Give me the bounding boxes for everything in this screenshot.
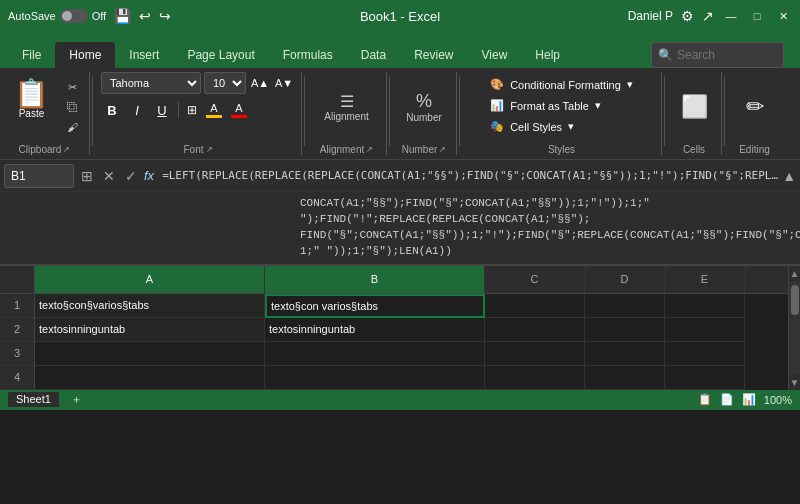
row-header-2[interactable]: 2 — [0, 318, 34, 342]
autosave-pill[interactable] — [60, 9, 88, 23]
alignment-expander[interactable]: ↗ — [366, 145, 373, 154]
cell-a1[interactable]: texto§con§varios§tabs — [35, 294, 265, 318]
font-name-select[interactable]: Tahoma — [101, 72, 201, 94]
cell-e3[interactable] — [665, 342, 745, 366]
cell-c2[interactable] — [485, 318, 585, 342]
undo-icon[interactable]: ↩ — [139, 8, 151, 24]
copy-button[interactable]: ⿻ — [61, 98, 83, 116]
cell-reference-box[interactable]: B1 — [4, 164, 74, 188]
settings-icon[interactable]: ⚙ — [681, 8, 694, 24]
col-header-e[interactable]: E — [665, 266, 745, 293]
cell-d3[interactable] — [585, 342, 665, 366]
tab-page-layout[interactable]: Page Layout — [173, 42, 268, 68]
format-as-table-dropdown[interactable]: ▾ — [595, 99, 601, 112]
formula-expand-button[interactable]: ⊞ — [78, 168, 96, 184]
cell-c4[interactable] — [485, 366, 585, 390]
table-row: texto§con§varios§tabs texto§con varios§t… — [35, 294, 788, 318]
font-color-button[interactable]: A — [228, 101, 250, 119]
conditional-formatting-dropdown[interactable]: ▾ — [627, 78, 633, 91]
paste-button[interactable]: 📋 Paste — [6, 76, 57, 123]
scroll-up-button[interactable]: ▲ — [788, 266, 800, 281]
cell-b1[interactable]: texto§con varios§tabs — [265, 294, 485, 318]
bold-button[interactable]: B — [101, 99, 123, 121]
separator-4 — [459, 76, 460, 146]
tab-review[interactable]: Review — [400, 42, 467, 68]
underline-button[interactable]: U — [151, 99, 173, 121]
autosave-toggle[interactable]: AutoSave Off — [8, 9, 106, 23]
border-button[interactable]: ⊞ — [184, 102, 200, 118]
cell-d2[interactable] — [585, 318, 665, 342]
format-as-table-button[interactable]: 📊 Format as Table ▾ — [484, 97, 607, 114]
cell-a4[interactable] — [35, 366, 265, 390]
decrease-font-button[interactable]: A▼ — [273, 72, 295, 94]
scroll-thumb[interactable] — [791, 285, 799, 315]
col-header-b[interactable]: B — [265, 266, 485, 293]
save-icon[interactable]: 💾 — [114, 8, 131, 24]
close-button[interactable]: ✕ — [774, 7, 792, 25]
font-expander[interactable]: ↗ — [206, 145, 213, 154]
tab-help[interactable]: Help — [521, 42, 574, 68]
sheet-tab-1[interactable]: Sheet1 — [8, 392, 59, 407]
cells-button[interactable]: ⬜ — [677, 90, 712, 124]
highlight-color-button[interactable]: A — [203, 101, 225, 119]
row-header-3[interactable]: 3 — [0, 342, 34, 366]
formula-display[interactable]: =LEFT(REPLACE(REPLACE(REPLACE(CONCAT(A1;… — [158, 169, 778, 182]
cell-d1[interactable] — [585, 294, 665, 318]
scroll-down-button[interactable]: ▼ — [788, 375, 800, 390]
share-icon[interactable]: ↗ — [702, 8, 714, 24]
tab-home[interactable]: Home — [55, 42, 115, 68]
formula-cancel-button[interactable]: ✕ — [100, 168, 118, 184]
cell-c3[interactable] — [485, 342, 585, 366]
col-header-c[interactable]: C — [485, 266, 585, 293]
editing-button[interactable]: ✏ — [742, 90, 768, 124]
minimize-button[interactable]: — — [722, 7, 740, 25]
row-header-4[interactable]: 4 — [0, 366, 34, 390]
number-button[interactable]: % Number — [402, 87, 446, 127]
formula-scroll-button[interactable]: ▲ — [782, 168, 796, 184]
tab-data[interactable]: Data — [347, 42, 400, 68]
tab-insert[interactable]: Insert — [115, 42, 173, 68]
conditional-formatting-button[interactable]: 🎨 Conditional Formatting ▾ — [484, 76, 639, 93]
vertical-scrollbar[interactable]: ▲ ▼ — [788, 266, 800, 390]
italic-button[interactable]: I — [126, 99, 148, 121]
cell-e4[interactable] — [665, 366, 745, 390]
formula-confirm-button[interactable]: ✓ — [122, 168, 140, 184]
cell-styles-button[interactable]: 🎭 Cell Styles ▾ — [484, 118, 580, 135]
font-size-select[interactable]: 10 — [204, 72, 246, 94]
tab-view[interactable]: View — [468, 42, 522, 68]
cut-button[interactable]: ✂ — [61, 78, 83, 96]
maximize-button[interactable]: □ — [748, 7, 766, 25]
zoom-level: 100% — [764, 394, 792, 406]
tab-formulas[interactable]: Formulas — [269, 42, 347, 68]
cell-c1[interactable] — [485, 294, 585, 318]
search-input[interactable] — [677, 48, 777, 62]
scroll-track[interactable] — [789, 281, 800, 375]
cell-b2[interactable]: textosinninguntab — [265, 318, 485, 342]
increase-font-button[interactable]: A▲ — [249, 72, 271, 94]
cell-b4[interactable] — [265, 366, 485, 390]
number-expander[interactable]: ↗ — [439, 145, 446, 154]
editing-icon: ✏ — [746, 94, 764, 120]
cell-e1[interactable] — [665, 294, 745, 318]
page-layout-icon[interactable]: 📄 — [720, 393, 734, 406]
redo-icon[interactable]: ↪ — [159, 8, 171, 24]
cell-a2[interactable]: textosinninguntab — [35, 318, 265, 342]
tab-file[interactable]: File — [8, 42, 55, 68]
clipboard-expander[interactable]: ↗ — [63, 145, 70, 154]
format-painter-button[interactable]: 🖌 — [61, 118, 83, 136]
cell-b3[interactable] — [265, 342, 485, 366]
cell-styles-dropdown[interactable]: ▾ — [568, 120, 574, 133]
search-box[interactable]: 🔍 — [651, 42, 784, 68]
number-group: % Number Number ↗ — [392, 72, 457, 155]
cell-a3[interactable] — [35, 342, 265, 366]
row-header-1[interactable]: 1 — [0, 294, 34, 318]
col-header-a[interactable]: A — [35, 266, 265, 293]
formula-actions: ⊞ ✕ ✓ — [78, 168, 140, 184]
normal-view-icon[interactable]: 📋 — [698, 393, 712, 406]
cell-e2[interactable] — [665, 318, 745, 342]
page-break-icon[interactable]: 📊 — [742, 393, 756, 406]
alignment-button[interactable]: ☰ Alignment — [320, 88, 372, 126]
cell-d4[interactable] — [585, 366, 665, 390]
col-header-d[interactable]: D — [585, 266, 665, 293]
add-sheet-button[interactable]: ＋ — [71, 392, 82, 407]
